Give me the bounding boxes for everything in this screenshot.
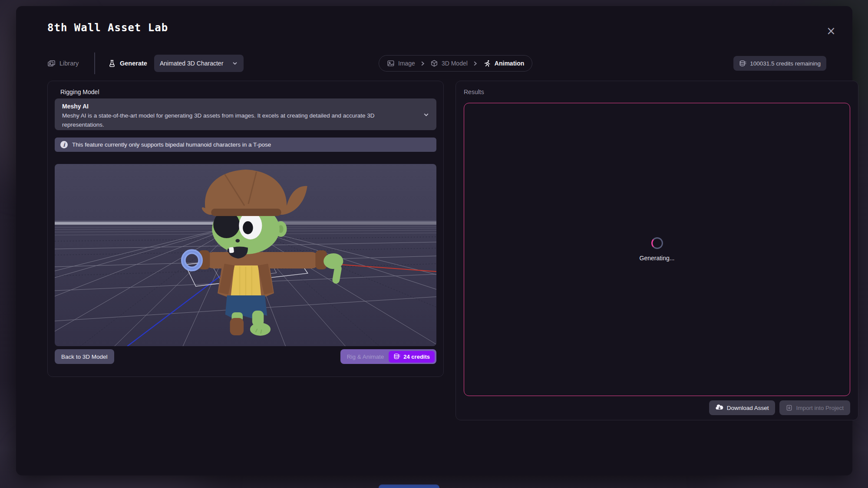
- tab-generate[interactable]: Generate: [108, 55, 147, 72]
- rigging-model-description: Meshy AI is a state-of-the-art model for…: [62, 111, 416, 130]
- import-into-project-button[interactable]: Import into Project: [779, 400, 850, 415]
- breadcrumb-item-label: Animation: [495, 60, 524, 67]
- breadcrumb-item-3d-model[interactable]: 3D Model: [430, 59, 468, 67]
- flask-icon: [108, 59, 116, 68]
- breadcrumb-item-animation[interactable]: Animation: [483, 59, 524, 68]
- info-icon: i: [60, 141, 68, 148]
- tab-generate-label: Generate: [120, 60, 147, 67]
- results-section-label: Results: [464, 88, 484, 95]
- tpose-notice-banner: i This feature currently only supports b…: [55, 138, 436, 152]
- running-person-icon: [483, 59, 491, 68]
- download-asset-button[interactable]: Download Asset: [709, 400, 776, 415]
- results-panel: Results Generating... Download Asset: [455, 81, 858, 420]
- tpose-notice-text: This feature currently only supports bip…: [72, 141, 271, 148]
- app-background: 8th Wall Asset Lab × Library: [0, 0, 868, 488]
- credits-remaining-label: 100031.5 credits remaining: [750, 60, 821, 67]
- window-title: 8th Wall Asset Lab: [47, 22, 168, 34]
- breadcrumb-item-label: 3D Model: [442, 60, 468, 67]
- rigging-actions: Back to 3D Model Rig & Animate: [55, 349, 436, 364]
- download-button-label: Download Asset: [727, 405, 769, 411]
- asset-type-selector[interactable]: Animated 3D Character: [154, 55, 244, 72]
- rig-and-animate-button[interactable]: Rig & Animate 24 credits: [340, 349, 436, 364]
- coins-icon: [393, 353, 400, 360]
- back-button-label: Back to 3D Model: [61, 354, 108, 360]
- results-canvas: Generating...: [464, 103, 850, 396]
- coins-icon: [739, 60, 746, 67]
- top-navigation: Library Generate Animated 3D Character: [47, 55, 826, 72]
- close-icon: ×: [826, 24, 836, 37]
- rigging-model-selector[interactable]: Meshy AI Meshy AI is a state-of-the-art …: [55, 98, 436, 130]
- chevron-right-icon: [420, 61, 426, 66]
- rig-button-label: Rig & Animate: [347, 354, 384, 360]
- loading-spinner: [651, 237, 663, 249]
- character-3d-preview: [55, 164, 436, 346]
- rig-cost-label: 24 credits: [403, 354, 430, 360]
- rigging-model-name: Meshy AI: [62, 103, 416, 110]
- generating-status-label: Generating...: [640, 255, 675, 262]
- chevron-down-icon: [232, 60, 238, 66]
- tab-library[interactable]: Library: [47, 55, 79, 72]
- library-icon: [47, 59, 56, 68]
- rig-cost-badge: 24 credits: [389, 351, 435, 363]
- asset-type-value: Animated 3D Character: [160, 60, 223, 67]
- rigging-panel: Rigging Model Meshy AI Meshy AI is a sta…: [47, 81, 444, 377]
- cloud-download-icon: [716, 404, 723, 411]
- cube-icon: [430, 59, 438, 67]
- breadcrumb: Image 3D Model: [379, 55, 532, 72]
- background-app-fragment: [379, 485, 439, 488]
- breadcrumb-item-label: Image: [398, 60, 415, 67]
- results-actions: Download Asset Import into Project: [709, 400, 850, 415]
- close-button[interactable]: ×: [824, 23, 838, 38]
- image-icon: [387, 59, 395, 67]
- import-icon: [786, 404, 792, 411]
- import-button-label: Import into Project: [796, 405, 844, 411]
- asset-lab-modal: 8th Wall Asset Lab × Library: [16, 6, 852, 475]
- chevron-down-icon: [423, 111, 429, 118]
- nav-divider: [94, 52, 95, 74]
- chevron-right-icon: [472, 61, 478, 66]
- rigging-section-label: Rigging Model: [60, 88, 99, 95]
- back-to-3d-model-button[interactable]: Back to 3D Model: [55, 349, 114, 364]
- tab-library-label: Library: [59, 60, 79, 67]
- credits-remaining-badge: 100031.5 credits remaining: [733, 56, 826, 71]
- breadcrumb-item-image[interactable]: Image: [387, 59, 415, 67]
- character-3d-viewport[interactable]: [55, 164, 436, 346]
